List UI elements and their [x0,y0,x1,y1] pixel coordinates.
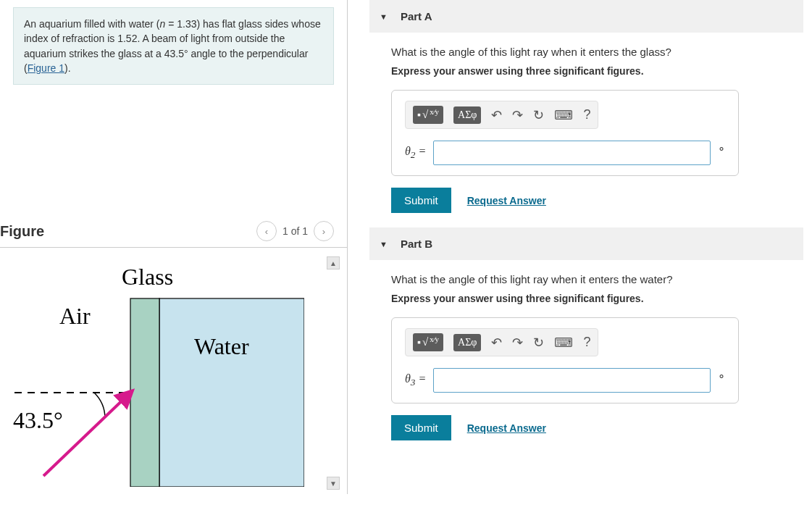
part-b-answer-panel: ▪√x⁄y ΑΣφ ↶ ↷ ↻ ⌨ ? θ3 = ∘ [391,317,739,404]
part-b-instruction: Express your answer using three signific… [391,293,796,304]
redo-icon[interactable]: ↷ [512,335,523,351]
square-icon: ▪ [417,109,421,121]
part-a-instruction: Express your answer using three signific… [391,65,796,77]
part-a-unit: ∘ [718,142,725,156]
part-a-request-answer-link[interactable]: Request Answer [467,195,546,206]
figure-next-button[interactable]: › [314,221,334,241]
part-b-toolbar: ▪√x⁄y ΑΣφ ↶ ↷ ↻ ⌨ ? [405,328,598,356]
root-icon: √ [422,336,428,348]
part-b-request-answer-link[interactable]: Request Answer [467,422,546,434]
figure-diagram: Glass Air Water 43.5° [0,255,304,487]
undo-icon[interactable]: ↶ [491,335,502,351]
part-b-unit: ∘ [718,369,725,383]
scroll-up-button[interactable]: ▲ [327,256,340,269]
problem-text-pre: An aquarium filled with water ( [24,18,160,30]
scroll-down-button[interactable]: ▼ [327,477,340,490]
part-a-toolbar: ▪√x⁄y ΑΣφ ↶ ↷ ↻ ⌨ ? [405,101,598,129]
part-b-var-label: θ3 = [405,372,426,388]
part-b-answer-input[interactable] [433,368,711,393]
part-a-submit-button[interactable]: Submit [391,188,451,213]
symbols-button[interactable]: ΑΣφ [453,334,481,351]
problem-text-post: ). [64,62,71,74]
keyboard-icon[interactable]: ⌨ [554,335,573,351]
label-water: Water [194,333,249,360]
label-angle: 43.5° [13,407,63,434]
figure-title: Figure [0,223,44,240]
keyboard-icon[interactable]: ⌨ [554,107,573,123]
redo-icon[interactable]: ↷ [512,107,523,123]
help-icon[interactable]: ? [583,335,590,350]
frac-icon: x⁄y [430,107,439,116]
reset-icon[interactable]: ↻ [533,107,544,123]
figure-prev-button[interactable]: ‹ [256,221,277,241]
caret-down-icon: ▼ [380,240,388,248]
root-icon: √ [422,109,428,121]
part-a-header[interactable]: ▼ Part A [369,0,803,33]
part-a-title: Part A [401,10,432,22]
part-b-title: Part B [401,238,432,250]
templates-button[interactable]: ▪√x⁄y [413,106,443,124]
symbols-button[interactable]: ΑΣφ [453,106,481,124]
svg-rect-1 [130,298,159,487]
svg-line-3 [43,393,130,476]
figure-header: Figure ‹ 1 of 1 › [0,215,347,248]
label-air: Air [59,303,91,330]
problem-statement: An aquarium filled with water (n = 1.33)… [13,7,334,85]
part-a-answer-panel: ▪√x⁄y ΑΣφ ↶ ↷ ↻ ⌨ ? θ2 = ∘ [391,90,739,176]
caret-down-icon: ▼ [380,12,388,21]
help-icon[interactable]: ? [583,107,590,122]
part-a-answer-input[interactable] [433,141,711,165]
reset-icon[interactable]: ↻ [533,335,544,351]
frac-icon: x⁄y [430,335,439,343]
square-icon: ▪ [417,337,421,348]
templates-button[interactable]: ▪√x⁄y [413,333,443,351]
figure-link[interactable]: Figure 1 [28,62,64,74]
part-b-header[interactable]: ▼ Part B [369,227,803,260]
part-b-submit-button[interactable]: Submit [391,415,451,440]
svg-rect-0 [159,298,304,487]
undo-icon[interactable]: ↶ [491,107,502,123]
part-a-question: What is the angle of this light ray when… [391,46,796,58]
figure-pager: 1 of 1 [282,225,308,237]
label-glass: Glass [122,264,173,290]
part-b-question: What is the angle of this light ray when… [391,273,796,285]
part-a-var-label: θ2 = [405,145,426,161]
